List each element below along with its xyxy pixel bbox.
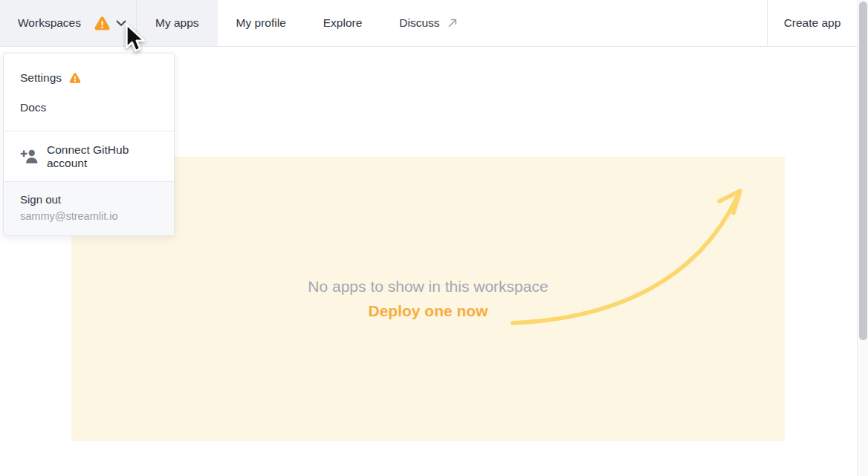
menu-item-docs[interactable]: Docs: [4, 93, 174, 123]
tab-my-apps-label: My apps: [155, 16, 199, 30]
menu-item-sign-out[interactable]: Sign out sammy@streamlit.io: [4, 182, 174, 235]
warning-triangle-icon: [94, 16, 110, 30]
tab-explore[interactable]: Explore: [305, 0, 381, 46]
curved-arrow-icon: [71, 157, 785, 441]
deploy-one-now-link[interactable]: Deploy one now: [368, 301, 488, 322]
tab-my-profile-label: My profile: [236, 16, 286, 30]
vertical-scrollbar-track[interactable]: [857, 0, 868, 476]
empty-state-message: No apps to show in this workspace: [308, 276, 548, 297]
sign-out-label: Sign out: [20, 192, 158, 207]
menu-item-settings[interactable]: Settings: [4, 63, 174, 93]
create-app-button[interactable]: Create app: [767, 0, 857, 46]
top-navigation-bar: Workspaces My apps My profile Explore Di…: [0, 0, 857, 47]
user-email: sammy@streamlit.io: [20, 209, 158, 224]
warning-triangle-icon: [69, 73, 81, 83]
menu-item-connect-github[interactable]: Connect GitHub account: [4, 131, 174, 181]
create-app-label: Create app: [784, 16, 841, 30]
workspaces-selector[interactable]: Workspaces: [0, 0, 137, 46]
tab-discuss[interactable]: Discuss: [380, 0, 476, 46]
empty-workspace-panel: No apps to show in this workspace Deploy…: [71, 157, 785, 441]
workspaces-label: Workspaces: [18, 16, 81, 30]
vertical-scrollbar-thumb[interactable]: [859, 1, 867, 340]
tab-explore-label: Explore: [323, 16, 363, 30]
workspaces-dropdown-menu: Settings Docs Connect GitHub account: [3, 53, 175, 236]
tab-discuss-label: Discuss: [399, 16, 439, 30]
settings-label: Settings: [20, 71, 62, 85]
tab-my-apps[interactable]: My apps: [137, 0, 218, 46]
nav-tabs: My apps My profile Explore Discuss: [137, 0, 476, 46]
external-link-arrow-icon: [447, 18, 458, 28]
docs-label: Docs: [20, 101, 46, 114]
connect-github-label: Connect GitHub account: [47, 143, 158, 170]
tab-my-profile[interactable]: My profile: [218, 0, 305, 46]
chevron-down-icon[interactable]: [116, 20, 126, 27]
person-add-icon: [20, 149, 39, 164]
